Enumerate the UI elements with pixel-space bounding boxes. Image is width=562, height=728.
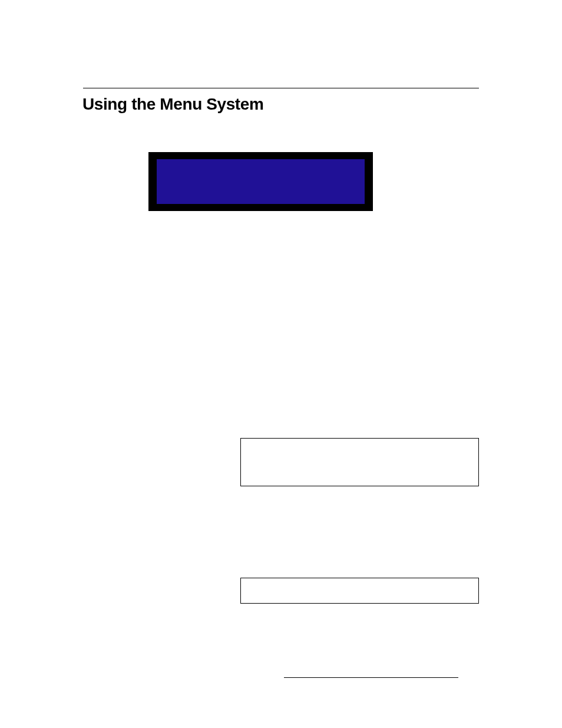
- info-box-2: [240, 578, 479, 604]
- page: Using the Menu System: [0, 0, 562, 728]
- lcd-display: [148, 152, 373, 211]
- page-title: Using the Menu System: [82, 95, 263, 114]
- horizontal-rule: [83, 88, 479, 88]
- info-box-1: [240, 438, 479, 486]
- underline-rule: [284, 677, 458, 678]
- lcd-screen: [157, 159, 365, 204]
